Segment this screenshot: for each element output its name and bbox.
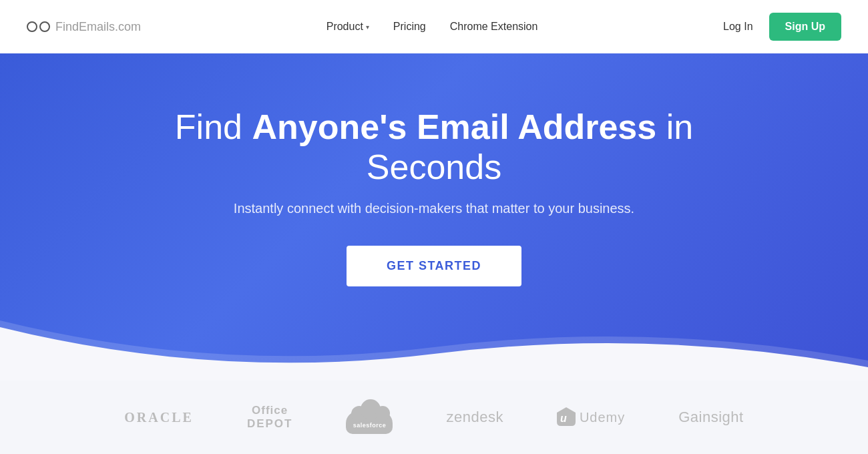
office-depot-logo: Office DEPOT (247, 404, 293, 431)
udemy-icon: u (557, 407, 576, 427)
nav: Product ▾ Pricing Chrome Extension (327, 21, 538, 33)
logos-section: ORACLE Office DEPOT salesforce zendesk u… (0, 381, 868, 454)
hero-content: Find Anyone's Email Address in Seconds I… (0, 53, 868, 381)
nav-chrome-extension[interactable]: Chrome Extension (450, 21, 538, 33)
logo-circle-2 (39, 21, 50, 32)
logo[interactable]: FindEmails.com (27, 20, 141, 34)
logo-icon (27, 21, 50, 32)
logo-circle-1 (27, 21, 37, 32)
nav-pricing[interactable]: Pricing (393, 21, 426, 33)
header-actions: Log In Sign Up (723, 13, 841, 41)
hero-section: Find Anyone's Email Address in Seconds I… (0, 53, 868, 381)
udemy-logo: u Udemy (557, 407, 625, 427)
hero-title: Find Anyone's Email Address in Seconds (134, 107, 734, 188)
get-started-button[interactable]: GET STARTED (347, 246, 521, 286)
signup-button[interactable]: Sign Up (769, 13, 841, 41)
gainsight-logo: Gainsight (678, 409, 743, 426)
chevron-down-icon: ▾ (366, 23, 369, 31)
salesforce-logo: salesforce (346, 401, 393, 434)
hero-subtitle: Instantly connect with decision-makers t… (234, 201, 634, 216)
header: FindEmails.com Product ▾ Pricing Chrome … (0, 0, 868, 53)
oracle-logo: ORACLE (124, 410, 194, 425)
logo-text: FindEmails.com (55, 20, 141, 34)
svg-text:u: u (560, 413, 568, 424)
login-button[interactable]: Log In (723, 21, 752, 33)
zendesk-logo: zendesk (446, 409, 503, 426)
nav-product[interactable]: Product ▾ (327, 21, 369, 33)
